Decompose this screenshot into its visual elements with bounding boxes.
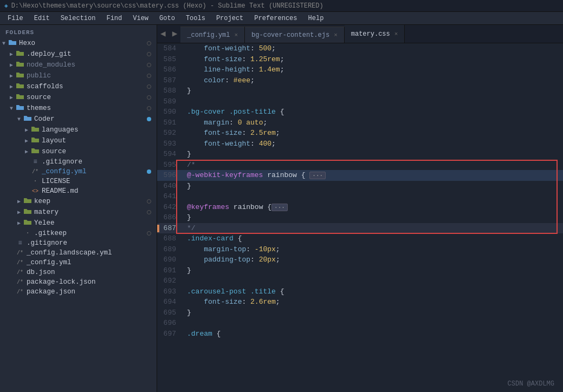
line-number-697: 697 (157, 329, 182, 339)
tree-item-package_lock[interactable]: /*package-lock.json (0, 277, 157, 287)
code-cell-642: @keyframes rainbow {··· (182, 202, 563, 213)
code-row-640: 640} (157, 181, 563, 192)
code-row-693: 693.carousel-post .title { (157, 286, 563, 297)
code-row-686: 686} (157, 212, 563, 223)
tab-matery_css_tab[interactable]: matery.css× (345, 25, 405, 43)
line-number-640: 640 (157, 181, 182, 192)
menu-item-preferences[interactable]: Preferences (249, 14, 302, 23)
tree-arrow-scaffolds: ▶ (8, 83, 15, 90)
code-row-587: 587 color: #eee; (157, 75, 563, 86)
tree-item-db_json[interactable]: /*db.json (0, 267, 157, 277)
tree-arrow-layout: ▶ (23, 138, 30, 144)
tree-item-matery[interactable]: ▶matery (0, 207, 157, 218)
tree-item-scaffolds[interactable]: ▶scaffolds (0, 81, 157, 92)
menu-item-file[interactable]: File (2, 14, 29, 23)
tree-item-languages[interactable]: ▶languages (0, 125, 157, 135)
tree-item-public[interactable]: ▶public (0, 70, 157, 81)
tree-item-config_landscape[interactable]: /*_config.landscape.yml (0, 248, 157, 258)
code-row-593: 593 font-weight: 400; (157, 139, 563, 149)
gutter-marker-687 (157, 225, 159, 232)
code-row-589: 589 (157, 96, 563, 107)
tab-close-config_yml_tab[interactable]: × (235, 32, 238, 38)
tree-item-gitkeep[interactable]: ·.gitkeep (0, 228, 157, 238)
code-row-596: 596@-webkit-keyframes rainbow { ··· (157, 170, 563, 181)
menu-item-goto[interactable]: Goto (154, 14, 180, 23)
tree-label-source2: source (42, 148, 66, 155)
tree-label-coder: Coder (34, 115, 55, 123)
tree-icon-config_root: /* (15, 260, 25, 266)
tree-item-gitignore_root[interactable]: ≡.gitignore (0, 238, 157, 248)
tree-label-scaffolds: scaffolds (27, 83, 63, 90)
tree-icon-source2 (30, 147, 40, 156)
code-cell-687: */ (182, 223, 563, 234)
code-editor[interactable]: 584 font-weight: 500;585 font-size: 1.25… (157, 43, 563, 392)
menu-item-view[interactable]: View (127, 14, 154, 23)
tree-label-gitkeep: .gitkeep (34, 230, 67, 237)
tree-dot-empty-deploy_git (147, 52, 151, 56)
tree-item-source2[interactable]: ▶source (0, 146, 157, 157)
tree-label-hexo: Hexo (19, 40, 35, 47)
code-cell-697: .dream { (182, 329, 563, 339)
tree-item-coder[interactable]: ▼Coder (0, 114, 157, 125)
tree-item-package_json[interactable]: /*package.json (0, 287, 157, 297)
tree-dot-empty-matery (147, 210, 151, 214)
tree-item-license[interactable]: ·LICENSE (0, 177, 157, 186)
tree-item-readme[interactable]: <>README.md (0, 186, 157, 196)
tree-item-gitignore2[interactable]: ≡.gitignore (0, 157, 157, 167)
titlebar-text: D:\Hexo\themes\matery\source\css\matery.… (11, 2, 323, 10)
titlebar: ◈ D:\Hexo\themes\matery\source\css\mater… (0, 0, 563, 12)
tree-item-hexo[interactable]: ▼Hexo (0, 38, 157, 49)
code-row-690: 690 padding-top: 20px; (157, 254, 563, 265)
line-number-589: 589 (157, 96, 182, 107)
tree-icon-gitignore_root: ≡ (15, 239, 25, 247)
code-cell-695: } (182, 308, 563, 318)
line-number-691: 691 (157, 265, 182, 276)
line-number-641: 641 (157, 191, 182, 202)
tree-item-config_root[interactable]: /*_config.yml (0, 258, 157, 267)
tree-item-themes[interactable]: ▼themes (0, 103, 157, 114)
tree-item-layout[interactable]: ▶layout (0, 135, 157, 146)
tab-bg_cover_tab[interactable]: bg-cover-content.ejs× (245, 27, 345, 43)
menu-item-project[interactable]: Project (211, 14, 249, 23)
tree-item-node_modules[interactable]: ▶node_modules (0, 60, 157, 70)
code-cell-689: margin-top: -10px; (182, 244, 563, 255)
line-number-696: 696 (157, 318, 182, 329)
code-row-642: 642@keyframes rainbow {··· (157, 202, 563, 213)
code-row-688: 688.index-card { (157, 233, 563, 244)
tree-item-deploy_git[interactable]: ▶.deploy_git (0, 49, 157, 60)
menu-item-selection[interactable]: Selection (55, 14, 101, 23)
line-number-695: 695 (157, 308, 182, 318)
line-number-686: 686 (157, 212, 182, 223)
tab-label-bg_cover_tab: bg-cover-content.ejs (251, 31, 329, 39)
tree-item-keep[interactable]: ▶keep (0, 196, 157, 207)
tab-config_yml_tab[interactable]: _config.yml× (180, 27, 245, 43)
menu-item-find[interactable]: Find (101, 14, 127, 23)
tree-icon-hexo (8, 39, 17, 48)
tree-dot-empty-gitkeep (147, 231, 151, 236)
menu-item-edit[interactable]: Edit (29, 14, 55, 23)
tree-arrow-themes: ▼ (8, 106, 15, 112)
line-number-596: 596 (157, 170, 182, 181)
tab-close-bg_cover_tab[interactable]: × (334, 32, 338, 38)
menu-item-tools[interactable]: Tools (180, 14, 211, 23)
tree-item-config_yml[interactable]: /*_config.yml (0, 167, 157, 177)
menu-item-help[interactable]: Help (303, 14, 329, 23)
code-row-591: 591 margin: 0 auto; (157, 117, 563, 128)
code-row-641: 641 (157, 191, 563, 202)
code-row-590: 590.bg-cover .post-title { (157, 107, 563, 117)
tab-label-config_yml_tab: _config.yml (187, 31, 230, 39)
code-cell-693: .carousel-post .title { (182, 286, 563, 297)
tab-next-button[interactable]: ▶ (169, 25, 181, 43)
tree-item-yelee[interactable]: ▶Yelee (0, 218, 157, 228)
tree-icon-gitignore2: ≡ (30, 158, 40, 166)
tab-close-matery_css_tab[interactable]: × (394, 31, 398, 37)
watermark: CSDN @AXDLMG (508, 380, 554, 388)
tree-item-source[interactable]: ▶source (0, 92, 157, 103)
code-cell-587: color: #eee; (182, 75, 563, 86)
tab-prev-button[interactable]: ◀ (157, 25, 169, 43)
tree-dot-empty-source (147, 95, 151, 100)
code-row-588: 588} (157, 86, 563, 96)
tree-icon-config_landscape: /* (15, 250, 25, 256)
tree-icon-deploy_git (15, 50, 25, 58)
tree-arrow-public: ▶ (8, 73, 15, 79)
